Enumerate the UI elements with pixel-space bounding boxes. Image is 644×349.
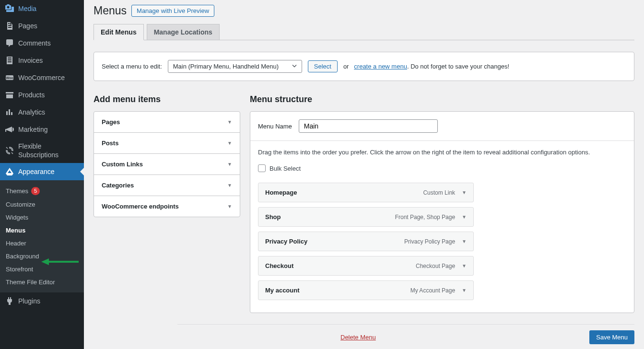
menu-item-type: Custom Link [423,189,455,196]
menu-item-type: Privacy Policy Page [404,238,455,245]
sidebar-item-label: Invoices [18,56,43,65]
submenu-label: Themes [6,187,28,195]
sidebar-item-label: Media [18,4,36,13]
or-text: or [343,63,349,70]
marketing-icon [5,125,14,134]
caret-down-icon: ▼ [227,183,232,188]
sidebar-item-label: Plugins [18,297,40,305]
accordion-label: WooCommerce endpoints [102,203,179,210]
accordion-pages[interactable]: Pages▼ [94,112,240,133]
submenu-label: Customize [6,201,35,208]
live-preview-button[interactable]: Manage with Live Preview [131,5,214,17]
submenu-label: Background [6,253,39,260]
menu-name-label: Menu Name [258,123,292,130]
sidebar-item-subscriptions[interactable]: Flexible Subscriptions [0,138,84,163]
sidebar-item-pages[interactable]: Pages [0,17,84,35]
submenu-label: Storefront [6,266,33,273]
caret-down-icon: ▼ [227,162,232,167]
menu-item-title: Checkout [265,262,293,269]
accordion-label: Custom Links [102,161,143,168]
add-items-title: Add menu items [94,94,240,105]
svg-text:Woo: Woo [6,76,13,80]
menu-item-block[interactable]: My accountMy Account Page▼ [258,280,474,300]
bulk-select-checkbox[interactable] [258,164,266,172]
select-button[interactable]: Select [308,60,338,72]
menu-item-title: Homepage [265,189,297,196]
sidebar-item-comments[interactable]: Comments [0,35,84,52]
menu-item-block[interactable]: Privacy PolicyPrivacy Policy Page▼ [258,232,474,251]
menu-name-input[interactable] [299,119,438,133]
comments-icon [5,38,14,48]
sidebar-item-label: Products [18,91,45,99]
tab-manage-locations[interactable]: Manage Locations [147,24,220,40]
menu-item-title: My account [265,287,300,294]
menu-item-block[interactable]: ShopFront Page, Shop Page▼ [258,207,474,227]
sidebar-item-analytics[interactable]: Analytics [0,104,84,121]
nav-tabs: Edit Menus Manage Locations [94,24,634,40]
create-menu-link[interactable]: create a new menu [354,63,407,70]
submenu-item-background[interactable]: Background [0,250,84,263]
sidebar-item-label: WooCommerce [18,73,65,82]
accordion-label: Pages [102,118,120,126]
menu-select[interactable]: Main (Primary Menu, Handheld Menu) [168,60,302,73]
sidebar-item-products[interactable]: Products [0,86,84,104]
add-items-accordion: Pages▼ Posts▼ Custom Links▼ Categories▼ … [94,111,240,217]
submenu-label: Theme File Editor [6,279,55,286]
admin-sidebar: Media Pages Comments Invoices Woo WooCom… [0,0,84,349]
select-menu-box: Select a menu to edit: Main (Primary Men… [94,52,634,81]
caret-down-icon[interactable]: ▼ [462,190,467,195]
menu-item-title: Shop [265,213,281,221]
caret-down-icon[interactable]: ▼ [462,288,467,293]
sidebar-item-label: Appearance [18,167,55,176]
caret-down-icon[interactable]: ▼ [462,239,467,244]
note-text: . Do not forget to save your changes! [407,63,509,70]
submenu-item-theme-file-editor[interactable]: Theme File Editor [0,276,84,289]
appearance-submenu: Themes 5 Customize Widgets Menus Header … [0,180,84,292]
products-icon [5,90,14,100]
page-title: Menus [94,4,127,17]
save-menu-button[interactable]: Save Menu [589,330,634,344]
caret-down-icon: ▼ [227,119,232,125]
sidebar-item-appearance[interactable]: Appearance [0,163,84,180]
accordion-woo-endpoints[interactable]: WooCommerce endpoints▼ [94,196,240,217]
menu-item-type: My Account Page [410,287,455,294]
subscriptions-icon [5,146,14,155]
submenu-item-storefront[interactable]: Storefront [0,263,84,276]
menu-item-block[interactable]: CheckoutCheckout Page▼ [258,256,474,276]
accordion-custom-links[interactable]: Custom Links▼ [94,154,240,175]
main-content: Menus Manage with Live Preview Edit Menu… [84,0,644,349]
caret-down-icon[interactable]: ▼ [462,263,467,268]
appearance-icon [5,167,14,176]
submenu-item-widgets[interactable]: Widgets [0,211,84,224]
menu-item-type: Checkout Page [416,263,455,269]
sidebar-item-plugins[interactable]: Plugins [0,292,84,310]
accordion-categories[interactable]: Categories▼ [94,175,240,196]
submenu-item-themes[interactable]: Themes 5 [0,184,84,198]
sidebar-item-woocommerce[interactable]: Woo WooCommerce [0,69,84,86]
submenu-item-customize[interactable]: Customize [0,198,84,211]
submenu-item-header[interactable]: Header [0,237,84,250]
submenu-item-menus[interactable]: Menus [0,224,84,237]
submenu-label: Menus [6,227,25,234]
menu-item-block[interactable]: HomepageCustom Link▼ [258,183,474,202]
sidebar-item-invoices[interactable]: Invoices [0,52,84,69]
select-menu-label: Select a menu to edit: [102,63,162,70]
tab-edit-menus[interactable]: Edit Menus [94,24,144,40]
delete-menu-link[interactable]: Delete Menu [340,334,376,341]
caret-down-icon[interactable]: ▼ [462,214,467,220]
menu-structure-panel: Menu Name Drag the items into the order … [250,111,634,313]
sidebar-item-label: Pages [18,22,37,30]
sidebar-item-marketing[interactable]: Marketing [0,121,84,138]
sidebar-item-media[interactable]: Media [0,0,84,17]
accordion-posts[interactable]: Posts▼ [94,133,240,154]
caret-down-icon: ▼ [227,140,232,146]
menu-item-type: Front Page, Shop Page [395,214,455,221]
invoices-icon [5,56,14,65]
submenu-label: Widgets [6,214,28,221]
media-icon [5,4,14,13]
structure-title: Menu structure [250,94,634,105]
sidebar-item-label: Marketing [18,125,47,134]
sidebar-item-label: Comments [18,39,51,47]
instructions-text: Drag the items into the order you prefer… [258,149,626,156]
plugins-icon [5,296,14,306]
